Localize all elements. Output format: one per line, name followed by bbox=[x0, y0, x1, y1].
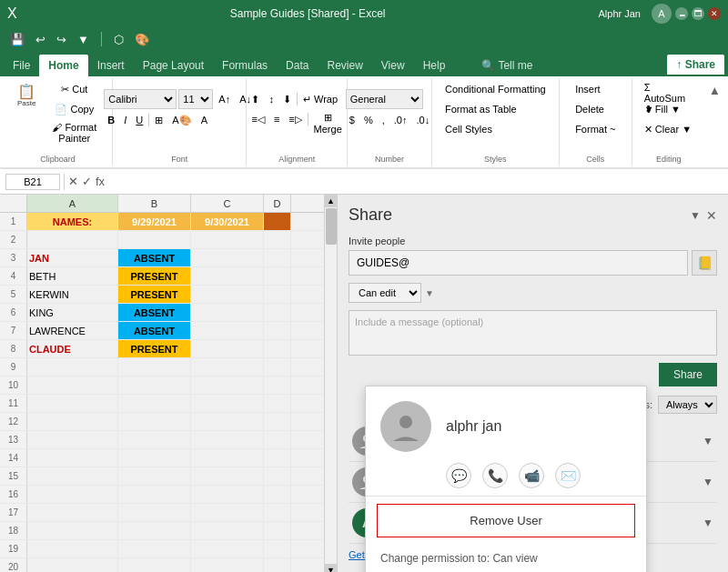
merge-button[interactable]: ⊞ Merge bbox=[309, 110, 345, 128]
confirm-formula-button[interactable]: ✓ bbox=[82, 175, 92, 188]
popup-phone-button[interactable]: 📞 bbox=[482, 463, 508, 488]
border-button[interactable]: ⊞ bbox=[151, 111, 167, 129]
share-ribbon-btn[interactable]: ↑ Share bbox=[667, 55, 724, 75]
popup-email-button[interactable]: ✉️ bbox=[555, 463, 581, 488]
shape-qa-button[interactable]: ⬡ bbox=[111, 32, 126, 47]
cell-c7[interactable] bbox=[191, 322, 264, 339]
cell-d6[interactable] bbox=[264, 304, 291, 321]
font-size-up-button[interactable]: A↑ bbox=[215, 90, 234, 108]
insert-cells-button[interactable]: Insert bbox=[571, 80, 620, 98]
font-size-select[interactable]: 11 bbox=[178, 89, 213, 109]
cell-c5[interactable] bbox=[191, 286, 264, 303]
redo-qa-button[interactable]: ↪ bbox=[54, 32, 69, 47]
change-permission-button[interactable]: Change permission to: Can view bbox=[366, 545, 646, 572]
cell-reference-input[interactable]: B21 bbox=[5, 174, 60, 190]
cell-c2[interactable] bbox=[191, 231, 264, 248]
cell-b4[interactable]: PRESENT bbox=[118, 267, 191, 285]
align-bottom-button[interactable]: ⬇ bbox=[279, 90, 295, 108]
cell-d7[interactable] bbox=[264, 322, 291, 339]
cut-button[interactable]: ✂ Cut bbox=[44, 80, 105, 98]
cell-c4[interactable] bbox=[191, 267, 264, 285]
paste-button[interactable]: 📋 Paste bbox=[11, 80, 42, 138]
font-color-button[interactable]: A bbox=[197, 111, 211, 129]
comma-button[interactable]: , bbox=[379, 111, 389, 129]
tab-file[interactable]: File bbox=[4, 55, 39, 76]
cell-b8[interactable]: PRESENT bbox=[118, 340, 191, 357]
col-c-header[interactable]: C bbox=[191, 195, 264, 212]
scroll-down-button[interactable]: ▼ bbox=[325, 564, 338, 572]
cell-d5[interactable] bbox=[264, 286, 291, 303]
tab-data[interactable]: Data bbox=[277, 55, 318, 76]
fill-button[interactable]: ⬇ Fill ▼ bbox=[640, 100, 698, 118]
cell-c8[interactable] bbox=[191, 340, 264, 357]
cell-a7[interactable]: LAWRENCE bbox=[27, 322, 118, 339]
font-name-select[interactable]: Calibri bbox=[104, 89, 177, 109]
cell-a6[interactable]: KING bbox=[27, 304, 118, 321]
cell-d4[interactable] bbox=[264, 267, 291, 285]
vertical-scrollbar[interactable]: ▲ ▼ bbox=[324, 195, 337, 572]
close-button[interactable]: ✕ bbox=[708, 7, 721, 20]
tab-home[interactable]: Home bbox=[39, 55, 87, 76]
cell-c1[interactable]: 9/30/2021 bbox=[191, 213, 264, 230]
scroll-up-button[interactable]: ▲ bbox=[325, 195, 338, 207]
cancel-formula-button[interactable]: ✕ bbox=[68, 175, 78, 188]
autosum-button[interactable]: Σ AutoSum ▼ bbox=[640, 80, 698, 98]
cell-a8[interactable]: CLAUDE bbox=[27, 340, 118, 357]
cell-b1[interactable]: 9/29/2021 bbox=[118, 213, 191, 230]
cell-d2[interactable] bbox=[264, 231, 291, 248]
cell-a3[interactable]: JAN bbox=[27, 249, 118, 266]
formula-input[interactable] bbox=[108, 175, 723, 189]
color-qa-button[interactable]: 🎨 bbox=[132, 32, 152, 47]
cell-a2[interactable] bbox=[27, 231, 118, 248]
cell-a4[interactable]: BETH bbox=[27, 267, 118, 285]
col-b-header[interactable]: B bbox=[118, 195, 191, 212]
insert-function-button[interactable]: fx bbox=[96, 175, 105, 188]
bold-button[interactable]: B bbox=[104, 111, 118, 129]
percent-button[interactable]: % bbox=[360, 111, 377, 129]
cell-b6[interactable]: ABSENT bbox=[118, 304, 191, 321]
cell-c6[interactable] bbox=[191, 304, 264, 321]
align-left-button[interactable]: ≡◁ bbox=[248, 110, 268, 128]
cell-styles-button[interactable]: Cell Styles bbox=[440, 120, 551, 138]
minimize-button[interactable]: 🗕 bbox=[675, 7, 688, 20]
save-qa-button[interactable]: 💾 bbox=[7, 32, 27, 47]
format-painter-button[interactable]: 🖌 Format Painter bbox=[44, 120, 105, 138]
clear-button[interactable]: ✕ Clear ▼ bbox=[640, 120, 698, 138]
cell-b2[interactable] bbox=[118, 231, 191, 248]
col-d-header[interactable]: D bbox=[264, 195, 291, 212]
cell-c3[interactable] bbox=[191, 249, 264, 266]
cell-b5[interactable]: PRESENT bbox=[118, 286, 191, 303]
tab-view[interactable]: View bbox=[372, 55, 414, 76]
undo-qa-button[interactable]: ↩ bbox=[33, 32, 48, 47]
underline-button[interactable]: U bbox=[132, 111, 147, 129]
remove-user-button[interactable]: Remove User bbox=[377, 504, 635, 537]
qa-more-button[interactable]: ▼ bbox=[75, 32, 92, 47]
decimal-down-button[interactable]: .0↓ bbox=[412, 111, 433, 129]
cell-d8[interactable] bbox=[264, 340, 291, 357]
format-cells-button[interactable]: Format ~ bbox=[571, 120, 620, 138]
italic-button[interactable]: I bbox=[120, 111, 130, 129]
tab-formulas[interactable]: Formulas bbox=[213, 55, 277, 76]
wrap-button[interactable]: ↵ Wrap bbox=[299, 90, 341, 108]
popup-video-button[interactable]: 📹 bbox=[519, 463, 544, 488]
decimal-up-button[interactable]: .0↑ bbox=[390, 111, 411, 129]
cell-a5[interactable]: KERWIN bbox=[27, 286, 118, 303]
copy-button[interactable]: 📄 Copy bbox=[44, 100, 105, 118]
tab-tell-me[interactable]: 🔍 Tell me bbox=[472, 55, 541, 76]
cell-d1[interactable] bbox=[264, 213, 291, 230]
tab-insert[interactable]: Insert bbox=[88, 55, 134, 76]
tab-page-layout[interactable]: Page Layout bbox=[134, 55, 213, 76]
number-format-select[interactable]: General bbox=[346, 89, 423, 109]
align-top-button[interactable]: ⬆ bbox=[248, 90, 263, 108]
maximize-button[interactable]: 🗖 bbox=[692, 7, 704, 20]
currency-button[interactable]: $ bbox=[346, 111, 359, 129]
ribbon-collapse-button[interactable]: ▲ bbox=[705, 80, 724, 101]
tab-help[interactable]: Help bbox=[414, 55, 455, 76]
cell-b7[interactable]: ABSENT bbox=[118, 322, 191, 339]
cell-a1[interactable]: NAMES: bbox=[27, 213, 118, 230]
format-table-button[interactable]: Format as Table bbox=[440, 100, 551, 118]
align-middle-button[interactable]: ↕ bbox=[265, 90, 278, 108]
cell-b3[interactable]: ABSENT bbox=[118, 249, 191, 266]
delete-cells-button[interactable]: Delete bbox=[571, 100, 620, 118]
align-right-button[interactable]: ≡▷ bbox=[285, 110, 305, 128]
